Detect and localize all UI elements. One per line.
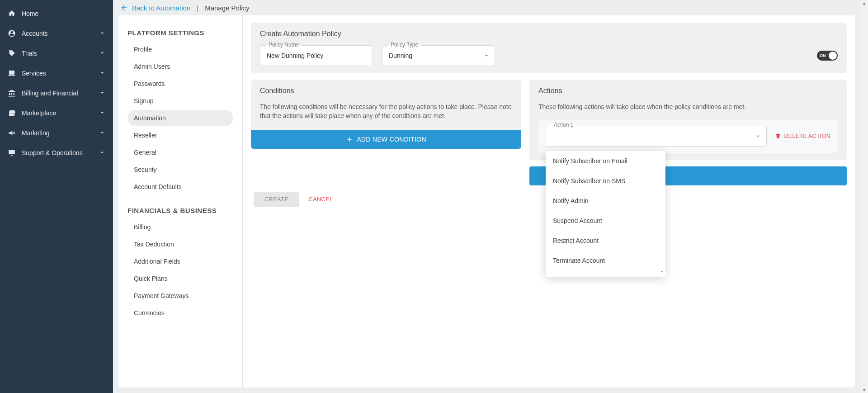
action-option-suspend-account[interactable]: Suspend Account [546, 211, 665, 231]
store-icon [7, 109, 16, 118]
topbar: Back to Automation | Manage Policy [113, 0, 860, 15]
action-select-input[interactable] [546, 126, 766, 146]
policy-name-field[interactable]: Policy Name [260, 45, 373, 66]
conditions-column: Conditions The following conditions will… [251, 80, 521, 149]
chevron-down-icon [99, 29, 106, 38]
settings-item-admin-users[interactable]: Admin Users [127, 58, 233, 75]
settings-item-profile[interactable]: Profile [127, 41, 233, 57]
conditions-description: The following conditions will be necessa… [260, 102, 512, 121]
home-icon [7, 9, 16, 18]
sidebar-item-home[interactable]: Home [0, 4, 113, 24]
actions-card: Actions These following actions will tak… [529, 80, 847, 160]
settings-item-additional-fields[interactable]: Additional Fields [127, 253, 233, 270]
bank-icon [7, 89, 16, 98]
chevron-down-icon [99, 129, 106, 137]
account-icon [7, 29, 16, 38]
create-button[interactable]: CREATE [254, 192, 299, 207]
settings-item-tax-deduction[interactable]: Tax Deduction [127, 236, 233, 252]
action-select-label: Action 1 [551, 122, 576, 128]
page-title: Manage Policy [205, 4, 249, 12]
back-link-label: Back to Automation [132, 4, 190, 12]
create-policy-title: Create Automation Policy [260, 30, 838, 38]
actions-description: These following actions will take place … [538, 102, 838, 111]
settings-item-currencies[interactable]: Currencies [127, 305, 233, 321]
sidebar-item-services[interactable]: Services [0, 63, 113, 83]
delete-action-button[interactable]: DELETE ACTION [775, 133, 830, 139]
monitor-icon [7, 148, 16, 157]
action-dropdown-menu: Notify Subscriber on Email Notify Subscr… [546, 151, 665, 277]
content-panel: PLATFORM SETTINGS Profile Admin Users Pa… [118, 15, 855, 388]
action-select-wrap: Action 1 [546, 126, 767, 147]
action-option-restrict-account[interactable]: Restrict Account [546, 231, 665, 251]
primary-sidebar: Home Accounts Trials Services Billing an… [0, 0, 113, 393]
work-area: Create Automation Policy Policy Name Pol… [243, 15, 855, 388]
actions-column: Actions These following actions will tak… [529, 80, 847, 185]
action-select-field[interactable] [546, 126, 767, 147]
action-option-terminate-account[interactable]: Terminate Account [546, 251, 665, 268]
sidebar-item-trials[interactable]: Trials [0, 43, 113, 63]
add-condition-label: ADD NEW CONDITION [357, 136, 426, 143]
tag-icon [7, 49, 16, 58]
policy-name-label: Policy Name [266, 42, 302, 48]
sidebar-item-label: Marketplace [22, 109, 56, 117]
layers-icon [7, 69, 16, 78]
settings-item-passwords[interactable]: Passwords [127, 76, 233, 92]
settings-item-signup[interactable]: Signup [127, 93, 233, 109]
scroll-down-icon[interactable]: ▾ [860, 387, 868, 392]
settings-item-billing[interactable]: Billing [127, 219, 233, 235]
sidebar-item-accounts[interactable]: Accounts [0, 24, 113, 43]
dropdown-more-indicator [546, 268, 665, 277]
sidebar-item-marketing[interactable]: Marketing [0, 123, 113, 143]
sidebar-item-label: Services [22, 70, 46, 77]
delete-action-label: DELETE ACTION [784, 133, 830, 139]
policy-type-select[interactable] [382, 46, 495, 66]
sidebar-item-billing-financial[interactable]: Billing and Financial [0, 83, 113, 103]
policy-enabled-toggle[interactable]: ON [817, 51, 838, 61]
action-option-notify-email[interactable]: Notify Subscriber on Email [546, 151, 665, 171]
page-scrollbar[interactable]: ▴ ▾ [860, 0, 868, 393]
actions-title: Actions [538, 87, 838, 95]
chevron-down-icon [99, 89, 106, 98]
policy-type-field[interactable]: Policy Type [382, 45, 495, 66]
sidebar-item-support-operations[interactable]: Support & Operations [0, 143, 113, 163]
chevron-down-icon [483, 52, 490, 59]
sidebar-item-label: Home [22, 10, 38, 17]
arrow-left-icon [120, 4, 128, 12]
policy-name-input[interactable] [260, 46, 373, 66]
chevron-down-icon [755, 133, 762, 140]
sidebar-item-label: Support & Operations [22, 149, 83, 156]
sidebar-item-label: Accounts [22, 30, 48, 37]
create-policy-fields: Policy Name Policy Type ON [260, 45, 838, 66]
settings-group-title: FINANCIALS & BUSINESS [127, 207, 233, 214]
action-option-notify-admin[interactable]: Notify Admin [546, 191, 665, 211]
settings-item-account-defaults[interactable]: Account Defaults [127, 179, 233, 195]
toggle-label: ON [820, 53, 826, 58]
sidebar-item-marketplace[interactable]: Marketplace [0, 103, 113, 123]
settings-nav: PLATFORM SETTINGS Profile Admin Users Pa… [118, 15, 243, 388]
settings-item-payment-gateways[interactable]: Payment Gateways [127, 288, 233, 304]
topbar-separator: | [197, 4, 198, 12]
settings-item-reseller[interactable]: Reseller [127, 127, 233, 143]
settings-item-general[interactable]: General [127, 144, 233, 161]
create-policy-card: Create Automation Policy Policy Name Pol… [251, 23, 847, 73]
chevron-down-icon [99, 149, 106, 157]
settings-item-quick-plans[interactable]: Quick Plans [127, 270, 233, 287]
sidebar-item-label: Marketing [22, 129, 49, 137]
chevron-down-icon [659, 269, 665, 274]
chevron-down-icon [99, 49, 106, 58]
trash-icon [775, 133, 781, 139]
settings-group-title: PLATFORM SETTINGS [127, 29, 233, 37]
chevron-down-icon [99, 69, 106, 78]
settings-item-automation[interactable]: Automation [127, 110, 233, 126]
add-condition-button[interactable]: ADD NEW CONDITION [251, 130, 521, 149]
toggle-knob [829, 52, 837, 60]
sidebar-item-label: Trials [22, 50, 37, 57]
scroll-up-icon[interactable]: ▴ [860, 1, 868, 6]
policy-type-label: Policy Type [388, 42, 421, 48]
chevron-down-icon [99, 109, 106, 118]
settings-item-security[interactable]: Security [127, 161, 233, 178]
cancel-button[interactable]: CANCEL [308, 196, 333, 203]
action-dropdown-scroll[interactable]: Notify Subscriber on Email Notify Subscr… [546, 151, 665, 268]
action-option-notify-sms[interactable]: Notify Subscriber on SMS [546, 171, 665, 191]
back-to-automation-link[interactable]: Back to Automation [120, 4, 190, 12]
